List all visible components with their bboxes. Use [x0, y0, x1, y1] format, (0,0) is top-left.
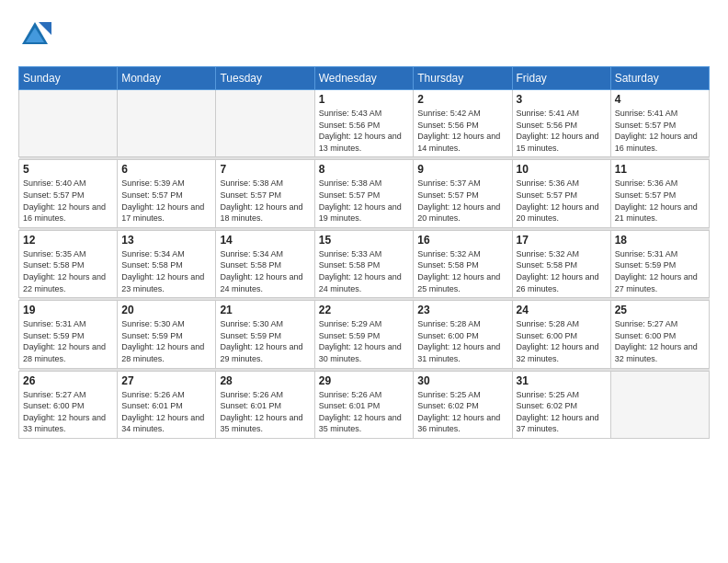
calendar-cell: 27Sunrise: 5:26 AM Sunset: 6:01 PM Dayli… [118, 371, 216, 438]
calendar-cell: 13Sunrise: 5:34 AM Sunset: 5:58 PM Dayli… [118, 230, 216, 297]
calendar-cell: 30Sunrise: 5:25 AM Sunset: 6:02 PM Dayli… [414, 371, 512, 438]
calendar-cell: 4Sunrise: 5:41 AM Sunset: 5:57 PM Daylig… [610, 90, 709, 157]
day-info: Sunrise: 5:31 AM Sunset: 5:59 PM Dayligh… [615, 248, 705, 294]
day-number: 13 [121, 234, 211, 247]
day-number: 29 [319, 374, 410, 387]
calendar-cell: 31Sunrise: 5:25 AM Sunset: 6:02 PM Dayli… [512, 371, 610, 438]
day-info: Sunrise: 5:40 AM Sunset: 5:57 PM Dayligh… [23, 178, 113, 224]
calendar-cell: 16Sunrise: 5:32 AM Sunset: 5:58 PM Dayli… [414, 230, 512, 297]
day-info: Sunrise: 5:30 AM Sunset: 5:59 PM Dayligh… [220, 318, 310, 364]
calendar-cell: 10Sunrise: 5:36 AM Sunset: 5:57 PM Dayli… [512, 160, 610, 227]
day-number: 16 [417, 234, 507, 247]
calendar-cell [610, 371, 709, 438]
day-number: 12 [23, 234, 113, 247]
day-number: 28 [220, 374, 310, 387]
day-info: Sunrise: 5:29 AM Sunset: 5:59 PM Dayligh… [319, 318, 410, 364]
weekday-header-wednesday: Wednesday [314, 67, 414, 90]
calendar-cell: 29Sunrise: 5:26 AM Sunset: 6:01 PM Dayli… [314, 371, 414, 438]
day-number: 19 [23, 304, 113, 316]
calendar: SundayMondayTuesdayWednesdayThursdayFrid… [18, 66, 710, 439]
day-number: 8 [319, 163, 410, 176]
day-number: 1 [319, 93, 410, 106]
day-number: 6 [121, 163, 211, 176]
calendar-cell: 28Sunrise: 5:26 AM Sunset: 6:01 PM Dayli… [216, 371, 314, 438]
day-info: Sunrise: 5:25 AM Sunset: 6:02 PM Dayligh… [517, 389, 607, 435]
day-info: Sunrise: 5:26 AM Sunset: 6:01 PM Dayligh… [121, 389, 211, 435]
calendar-cell: 25Sunrise: 5:27 AM Sunset: 6:00 PM Dayli… [610, 301, 709, 368]
weekday-header-tuesday: Tuesday [216, 67, 314, 90]
weekday-header-monday: Monday [118, 67, 216, 90]
day-number: 23 [417, 304, 507, 316]
weekday-header-thursday: Thursday [414, 67, 512, 90]
day-number: 24 [517, 304, 607, 316]
day-info: Sunrise: 5:30 AM Sunset: 5:59 PM Dayligh… [121, 318, 211, 364]
logo-icon [18, 18, 51, 52]
day-info: Sunrise: 5:26 AM Sunset: 6:01 PM Dayligh… [220, 389, 310, 435]
page-header [18, 18, 710, 52]
day-number: 17 [517, 234, 607, 247]
day-number: 20 [121, 304, 211, 316]
day-number: 27 [121, 374, 211, 387]
day-number: 2 [417, 93, 507, 106]
day-number: 10 [517, 163, 607, 176]
calendar-cell: 9Sunrise: 5:37 AM Sunset: 5:57 PM Daylig… [414, 160, 512, 227]
calendar-cell: 23Sunrise: 5:28 AM Sunset: 6:00 PM Dayli… [414, 301, 512, 368]
calendar-cell: 12Sunrise: 5:35 AM Sunset: 5:58 PM Dayli… [19, 230, 118, 297]
weekday-header-saturday: Saturday [610, 67, 709, 90]
day-info: Sunrise: 5:36 AM Sunset: 5:57 PM Dayligh… [517, 178, 607, 224]
day-info: Sunrise: 5:42 AM Sunset: 5:56 PM Dayligh… [417, 108, 507, 154]
calendar-cell: 15Sunrise: 5:33 AM Sunset: 5:58 PM Dayli… [314, 230, 414, 297]
day-number: 26 [23, 374, 113, 387]
day-number: 5 [23, 163, 113, 176]
week-row-3: 12Sunrise: 5:35 AM Sunset: 5:58 PM Dayli… [19, 230, 710, 297]
day-info: Sunrise: 5:38 AM Sunset: 5:57 PM Dayligh… [319, 178, 410, 224]
calendar-cell: 3Sunrise: 5:41 AM Sunset: 5:56 PM Daylig… [512, 90, 610, 157]
day-info: Sunrise: 5:43 AM Sunset: 5:56 PM Dayligh… [319, 108, 410, 154]
calendar-cell: 11Sunrise: 5:36 AM Sunset: 5:57 PM Dayli… [610, 160, 709, 227]
week-row-4: 19Sunrise: 5:31 AM Sunset: 5:59 PM Dayli… [19, 301, 710, 368]
calendar-cell: 18Sunrise: 5:31 AM Sunset: 5:59 PM Dayli… [610, 230, 709, 297]
day-number: 21 [220, 304, 310, 316]
day-info: Sunrise: 5:27 AM Sunset: 6:00 PM Dayligh… [615, 318, 705, 364]
day-number: 22 [319, 304, 410, 316]
calendar-cell: 6Sunrise: 5:39 AM Sunset: 5:57 PM Daylig… [118, 160, 216, 227]
calendar-cell: 24Sunrise: 5:28 AM Sunset: 6:00 PM Dayli… [512, 301, 610, 368]
day-info: Sunrise: 5:34 AM Sunset: 5:58 PM Dayligh… [121, 248, 211, 294]
calendar-cell: 20Sunrise: 5:30 AM Sunset: 5:59 PM Dayli… [118, 301, 216, 368]
day-number: 9 [417, 163, 507, 176]
day-info: Sunrise: 5:37 AM Sunset: 5:57 PM Dayligh… [417, 178, 507, 224]
day-info: Sunrise: 5:33 AM Sunset: 5:58 PM Dayligh… [319, 248, 410, 294]
day-number: 14 [220, 234, 310, 247]
calendar-cell: 1Sunrise: 5:43 AM Sunset: 5:56 PM Daylig… [314, 90, 414, 157]
day-number: 3 [517, 93, 607, 106]
calendar-cell [118, 90, 216, 157]
calendar-cell [216, 90, 314, 157]
day-info: Sunrise: 5:26 AM Sunset: 6:01 PM Dayligh… [319, 389, 410, 435]
weekday-header-friday: Friday [512, 67, 610, 90]
week-row-1: 1Sunrise: 5:43 AM Sunset: 5:56 PM Daylig… [19, 90, 710, 157]
calendar-cell: 2Sunrise: 5:42 AM Sunset: 5:56 PM Daylig… [414, 90, 512, 157]
day-info: Sunrise: 5:38 AM Sunset: 5:57 PM Dayligh… [220, 178, 310, 224]
weekday-header-sunday: Sunday [19, 67, 118, 90]
calendar-cell: 7Sunrise: 5:38 AM Sunset: 5:57 PM Daylig… [216, 160, 314, 227]
day-info: Sunrise: 5:41 AM Sunset: 5:57 PM Dayligh… [615, 108, 705, 154]
day-number: 30 [417, 374, 507, 387]
day-info: Sunrise: 5:27 AM Sunset: 6:00 PM Dayligh… [23, 389, 113, 435]
day-info: Sunrise: 5:34 AM Sunset: 5:58 PM Dayligh… [220, 248, 310, 294]
week-row-2: 5Sunrise: 5:40 AM Sunset: 5:57 PM Daylig… [19, 160, 710, 227]
day-info: Sunrise: 5:41 AM Sunset: 5:56 PM Dayligh… [517, 108, 607, 154]
calendar-cell: 22Sunrise: 5:29 AM Sunset: 5:59 PM Dayli… [314, 301, 414, 368]
day-number: 15 [319, 234, 410, 247]
weekday-header-row: SundayMondayTuesdayWednesdayThursdayFrid… [19, 67, 710, 90]
calendar-cell: 17Sunrise: 5:32 AM Sunset: 5:58 PM Dayli… [512, 230, 610, 297]
week-row-5: 26Sunrise: 5:27 AM Sunset: 6:00 PM Dayli… [19, 371, 710, 438]
day-info: Sunrise: 5:32 AM Sunset: 5:58 PM Dayligh… [517, 248, 607, 294]
day-info: Sunrise: 5:28 AM Sunset: 6:00 PM Dayligh… [517, 318, 607, 364]
day-info: Sunrise: 5:36 AM Sunset: 5:57 PM Dayligh… [615, 178, 705, 224]
calendar-cell: 14Sunrise: 5:34 AM Sunset: 5:58 PM Dayli… [216, 230, 314, 297]
calendar-cell: 26Sunrise: 5:27 AM Sunset: 6:00 PM Dayli… [19, 371, 118, 438]
day-number: 25 [615, 304, 705, 316]
day-number: 18 [615, 234, 705, 247]
day-number: 31 [517, 374, 607, 387]
logo [18, 18, 55, 52]
